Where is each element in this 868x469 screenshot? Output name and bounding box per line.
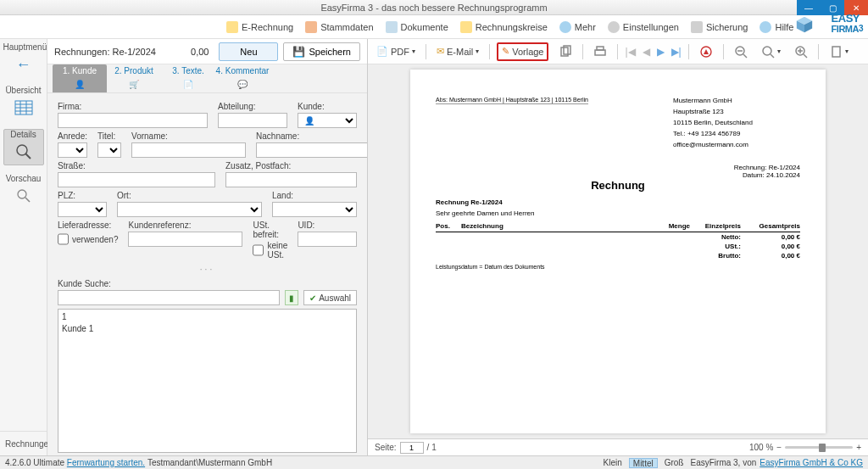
auswahl-button[interactable]: ✔Auswahl [303, 290, 357, 305]
left-sidebar: Hauptmenü ← Übersicht Details Vorschau R… [0, 39, 47, 455]
first-page-button[interactable]: |◀ [625, 46, 635, 58]
vorname-label: Vorname: [131, 131, 246, 141]
plz-label: PLZ: [58, 191, 107, 200]
zoom-slider[interactable] [785, 446, 853, 449]
last-page-button[interactable]: ▶| [671, 46, 682, 58]
doc-greeting: Sehr geehrte Damen und Herren [436, 209, 800, 217]
tab-kommentar[interactable]: 4. Kommentar💬 [215, 64, 270, 92]
menu-sicherung[interactable]: Sicherung [685, 21, 754, 33]
anrede-select[interactable] [58, 142, 87, 158]
ort-select[interactable] [117, 202, 262, 217]
compass-button[interactable] [696, 42, 716, 61]
kundesuche-label: Kunde Suche: [58, 279, 357, 288]
nav-details[interactable]: Details [3, 129, 44, 165]
menu-e-rechnung[interactable]: E-Rechnung [220, 21, 299, 33]
menu-hilfe[interactable]: Hilfe [754, 21, 799, 33]
svg-point-11 [18, 190, 26, 198]
nachname-label: Nachname: [256, 131, 367, 141]
doc-heading: Rechnung [436, 179, 800, 192]
uid-input[interactable] [298, 232, 357, 247]
comment-icon: 💬 [215, 77, 270, 91]
pdf-button[interactable]: 📄PDF▾ [373, 42, 419, 61]
next-page-button[interactable]: ▶ [657, 46, 665, 58]
mandant-label: Testmandant\Mustermann GmbH [147, 458, 272, 467]
vorname-input[interactable] [131, 142, 246, 158]
email-icon: ✉ [437, 46, 444, 57]
firma-input[interactable] [58, 113, 208, 128]
zusatz-label: Zusatz, Postfach: [225, 161, 357, 170]
copy-button[interactable] [555, 42, 576, 61]
zoom-button[interactable]: ▾ [758, 42, 784, 61]
print-button[interactable] [590, 42, 610, 61]
zoom-plus[interactable]: + [856, 443, 861, 452]
kunde-select[interactable]: 👤 [298, 113, 357, 128]
verwenden-checkbox[interactable] [58, 232, 69, 247]
plz-select[interactable] [58, 202, 107, 217]
zoom-in-button[interactable] [791, 42, 811, 61]
menu-rechnungskreise[interactable]: Rechnungskreise [454, 21, 554, 33]
svg-point-21 [763, 47, 771, 55]
strasse-input[interactable] [58, 172, 215, 187]
brand-cube-icon [795, 15, 814, 34]
email-button[interactable]: ✉E-Mail▾ [433, 42, 482, 61]
doc-meta: Rechnung: Re-1/2024 Datum: 24.10.2024 [673, 164, 800, 179]
nav-hauptmenu[interactable]: Hauptmenü ← [3, 42, 44, 77]
prev-page-button[interactable]: ◀ [643, 46, 650, 58]
size-klein[interactable]: Klein [600, 458, 626, 468]
anrede-label: Anrede: [58, 131, 87, 141]
nav-rechnungen[interactable]: Rechnungen [0, 431, 47, 455]
preview-panel: 📄PDF▾ ✉E-Mail▾ ✎Vorlage |◀ ◀ ▶ ▶| ▾ ▾ [368, 39, 868, 455]
vorlage-button[interactable]: ✎Vorlage [497, 42, 548, 61]
menu-stammdaten[interactable]: Stammdaten [299, 21, 379, 33]
titel-select[interactable] [97, 142, 121, 158]
keineust-checkbox[interactable] [253, 243, 264, 258]
pencil-icon: ✎ [502, 46, 509, 57]
menu-dokumente[interactable]: Dokumente [380, 21, 454, 33]
kundenref-input[interactable] [128, 232, 242, 247]
status-bar: 4.2.6.0 Ultimate Fernwartung starten. Te… [0, 455, 868, 469]
kunde-label: Kunde: [298, 102, 357, 111]
window-minimize[interactable]: — [797, 0, 821, 15]
list-item[interactable]: 1 [62, 311, 353, 323]
new-button[interactable]: Neu [219, 42, 278, 61]
land-select[interactable] [272, 202, 357, 217]
kundesuche-input[interactable] [58, 290, 280, 305]
tab-kunde[interactable]: 1. Kunde👤 [53, 64, 107, 92]
magnifier-icon [9, 141, 38, 163]
svg-line-26 [804, 54, 807, 58]
save-button[interactable]: 💾Speichern [283, 42, 360, 61]
zoom-label: 100 % [749, 443, 773, 452]
strasse-label: Straße: [58, 161, 215, 170]
zoom-minus[interactable]: − [776, 443, 782, 452]
nav-uebersicht[interactable]: Übersicht [3, 86, 44, 120]
svg-rect-15 [595, 50, 605, 55]
nachname-input[interactable] [256, 142, 367, 158]
size-mittel[interactable]: Mittel [629, 458, 658, 468]
kundesuche-go[interactable]: ▮ [285, 290, 298, 305]
page-input[interactable] [400, 442, 424, 454]
total-ust: USt.:0,00 € [436, 242, 800, 251]
size-gross[interactable]: Groß [661, 458, 687, 468]
menu-einstellungen[interactable]: Einstellungen [602, 21, 685, 33]
zusatz-input[interactable] [225, 172, 357, 187]
remote-link[interactable]: Fernwartung starten. [67, 458, 145, 467]
cart-icon: 🛒 [107, 77, 161, 91]
abteilung-input[interactable] [218, 113, 287, 128]
nav-vorschau[interactable]: Vorschau [3, 174, 44, 209]
form-header-label: Rechnungen: Re-1/2024 [54, 47, 156, 57]
ustbefreit-label: USt. befreit: [253, 221, 287, 239]
vendor-link[interactable]: EasyFirma GmbH & Co KG [760, 458, 863, 467]
svg-line-12 [25, 198, 30, 202]
abteilung-label: Abteilung: [218, 102, 287, 111]
tab-texte[interactable]: 3. Texte.📄 [161, 64, 215, 92]
tab-produkt[interactable]: 2. Produkt🛒 [107, 64, 161, 92]
kunde-listbox[interactable]: 1 Kunde 1 [58, 309, 357, 453]
uid-label: UID: [298, 221, 357, 230]
zoom-out-button[interactable] [731, 42, 751, 61]
window-title: EasyFirma 3 - das noch bessere Rechnungs… [320, 3, 547, 13]
person-icon: 👤 [53, 77, 107, 91]
list-item[interactable]: Kunde 1 [62, 323, 353, 335]
page-view-button[interactable]: ▾ [826, 42, 852, 61]
stammdaten-icon [305, 21, 317, 33]
menu-mehr[interactable]: Mehr [554, 21, 602, 33]
